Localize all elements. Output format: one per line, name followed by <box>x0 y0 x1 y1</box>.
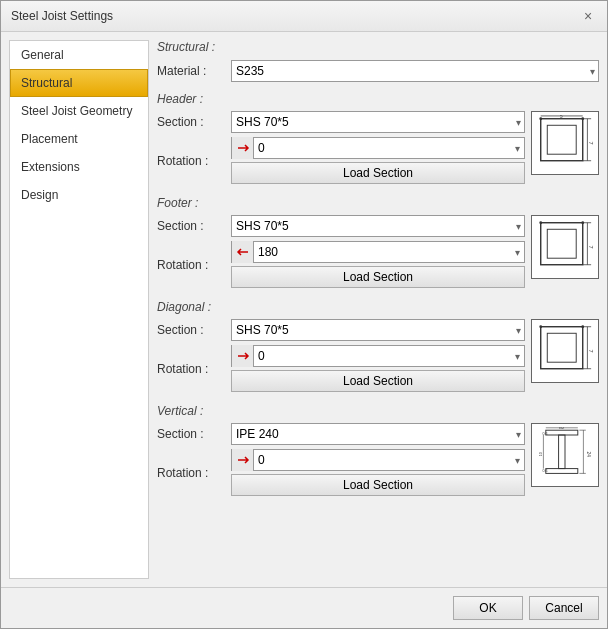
sidebar-item-label: Design <box>21 188 58 202</box>
vertical-section-row: Section : IPE 240 <box>157 423 525 445</box>
svg-rect-19 <box>547 333 576 362</box>
dialog-body: General Structural Steel Joist Geometry … <box>1 32 607 587</box>
sidebar-item-label: Structural <box>21 76 72 90</box>
close-button[interactable]: × <box>579 7 597 25</box>
title-bar: Steel Joist Settings × <box>1 1 607 32</box>
footer-rotation-select[interactable]: 0 90 180 270 <box>254 242 524 262</box>
vertical-fields: Section : IPE 240 Rotation : <box>157 423 525 500</box>
svg-rect-27 <box>559 435 565 469</box>
vertical-section-select[interactable]: IPE 240 <box>231 423 525 445</box>
svg-text:7: 7 <box>588 349 594 352</box>
diagonal-section-row: Section : SHS 70*5 <box>157 319 525 341</box>
svg-rect-1 <box>547 125 576 154</box>
svg-rect-28 <box>546 469 578 474</box>
diagonal-rotation-select-wrapper: 0 90 180 270 <box>254 346 524 366</box>
footer-load-section-button[interactable]: Load Section <box>231 266 525 288</box>
dialog: Steel Joist Settings × General Structura… <box>0 0 608 629</box>
header-section-select[interactable]: SHS 70*5 <box>231 111 525 133</box>
diagonal-rotation-row: Rotation : 0 90 <box>157 345 525 392</box>
footer-section-label: Section : <box>157 219 227 233</box>
sidebar: General Structural Steel Joist Geometry … <box>9 40 149 579</box>
footer-rotation-controls: 0 90 180 270 Load Section <box>231 241 525 288</box>
svg-text:5: 5 <box>560 115 563 119</box>
vertical-label: Vertical : <box>157 404 599 418</box>
diagonal-rotation-controls: 0 90 180 270 Load Section <box>231 345 525 392</box>
header-field-and-preview: Section : SHS 70*5 Rotation : <box>157 111 599 188</box>
sidebar-item-label: Steel Joist Geometry <box>21 104 132 118</box>
sidebar-item-general[interactable]: General <box>10 41 148 69</box>
cancel-button[interactable]: Cancel <box>529 596 599 620</box>
svg-point-16 <box>539 221 542 224</box>
svg-point-17 <box>581 221 584 224</box>
vertical-load-section-button[interactable]: Load Section <box>231 474 525 496</box>
footer-section-row: Section : SHS 70*5 <box>157 215 525 237</box>
header-section-preview: 7 5 <box>531 111 599 175</box>
dialog-title: Steel Joist Settings <box>11 9 113 23</box>
header-rotation-row: Rotation : 0 90 <box>157 137 525 184</box>
header-rotation-icon <box>232 137 254 159</box>
header-label: Header : <box>157 92 599 106</box>
header-fields: Section : SHS 70*5 Rotation : <box>157 111 525 188</box>
svg-text:7: 7 <box>588 141 594 144</box>
structural-label: Structural : <box>157 40 215 54</box>
vertical-rotation-row: Rotation : 0 90 <box>157 449 525 496</box>
header-rotation-controls: 0 90 180 270 Load Section <box>231 137 525 184</box>
footer-rotation-row: Rotation : 0 90 <box>157 241 525 288</box>
vertical-rotation-input-wrapper: 0 90 180 270 <box>231 449 525 471</box>
footer-field-and-preview: Section : SHS 70*5 Rotation : <box>157 215 599 292</box>
svg-point-24 <box>539 325 542 328</box>
diagonal-rotation-select[interactable]: 0 90 180 270 <box>254 346 524 366</box>
header-rotation-input-wrapper: 0 90 180 270 <box>231 137 525 159</box>
vertical-group: Vertical : Section : IPE 240 Ro <box>157 404 599 500</box>
vertical-field-and-preview: Section : IPE 240 Rotation : <box>157 423 599 500</box>
diagonal-section-select[interactable]: SHS 70*5 <box>231 319 525 341</box>
diagonal-section-label: Section : <box>157 323 227 337</box>
sidebar-item-steel-joist-geometry[interactable]: Steel Joist Geometry <box>10 97 148 125</box>
sidebar-item-structural[interactable]: Structural <box>10 69 148 97</box>
svg-text:7: 7 <box>588 245 594 248</box>
footer-rotation-icon <box>232 241 254 263</box>
footer-rotation-select-wrapper: 0 90 180 270 <box>254 242 524 262</box>
header-section-row: Section : SHS 70*5 <box>157 111 525 133</box>
sidebar-item-label: General <box>21 48 64 62</box>
diagonal-label: Diagonal : <box>157 300 599 314</box>
svg-rect-11 <box>547 229 576 258</box>
main-content: Structural : Material : S235 Header : Se… <box>157 40 599 579</box>
vertical-rotation-select[interactable]: 0 90 180 270 <box>254 450 524 470</box>
svg-text:24: 24 <box>586 452 591 458</box>
diagonal-group: Diagonal : Section : SHS 70*5 R <box>157 300 599 396</box>
vertical-section-preview: 24 B2 0.6 0.6 10 <box>531 423 599 487</box>
sidebar-item-placement[interactable]: Placement <box>10 125 148 153</box>
sidebar-item-label: Placement <box>21 132 78 146</box>
svg-point-25 <box>581 325 584 328</box>
svg-point-8 <box>539 117 542 120</box>
header-load-section-button[interactable]: Load Section <box>231 162 525 184</box>
diagonal-section-select-wrapper: SHS 70*5 <box>231 319 525 341</box>
footer-label: Footer : <box>157 196 599 210</box>
svg-point-9 <box>581 117 584 120</box>
diagonal-rotation-label: Rotation : <box>157 362 227 376</box>
vertical-rotation-label: Rotation : <box>157 466 227 480</box>
header-rotation-select-wrapper: 0 90 180 270 <box>254 138 524 158</box>
material-select[interactable]: S235 <box>231 60 599 82</box>
vertical-rotation-select-wrapper: 0 90 180 270 <box>254 450 524 470</box>
footer-section-select-wrapper: SHS 70*5 <box>231 215 525 237</box>
sidebar-item-extensions[interactable]: Extensions <box>10 153 148 181</box>
sidebar-item-design[interactable]: Design <box>10 181 148 209</box>
material-select-wrapper: S235 <box>231 60 599 82</box>
diagonal-load-section-button[interactable]: Load Section <box>231 370 525 392</box>
vertical-section-select-wrapper: IPE 240 <box>231 423 525 445</box>
footer-fields: Section : SHS 70*5 Rotation : <box>157 215 525 292</box>
diagonal-rotation-input-wrapper: 0 90 180 270 <box>231 345 525 367</box>
header-rotation-select[interactable]: 0 90 180 270 <box>254 138 524 158</box>
footer-rotation-label: Rotation : <box>157 258 227 272</box>
header-section-select-wrapper: SHS 70*5 <box>231 111 525 133</box>
vertical-rotation-icon <box>232 449 254 471</box>
vertical-section-label: Section : <box>157 427 227 441</box>
footer-section-preview: 7 <box>531 215 599 279</box>
svg-rect-26 <box>546 430 578 435</box>
ok-button[interactable]: OK <box>453 596 523 620</box>
diagonal-rotation-icon <box>232 345 254 367</box>
footer-rotation-input-wrapper: 0 90 180 270 <box>231 241 525 263</box>
footer-section-select[interactable]: SHS 70*5 <box>231 215 525 237</box>
